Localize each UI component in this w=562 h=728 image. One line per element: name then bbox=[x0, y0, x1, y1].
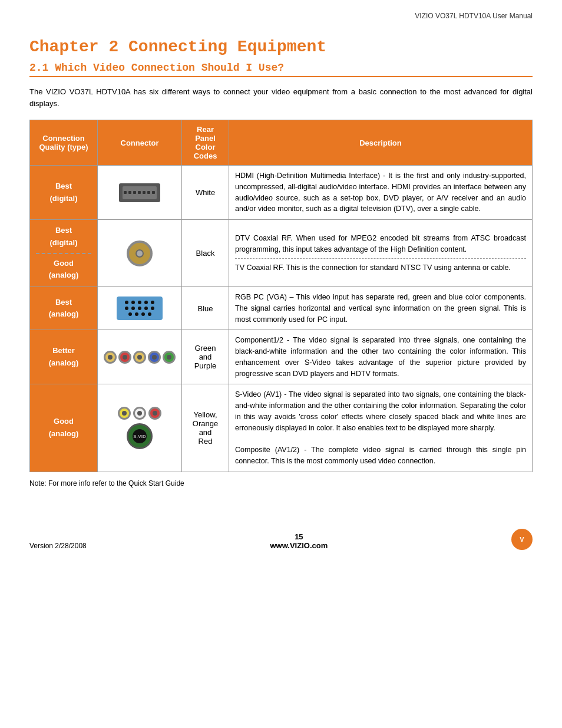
chapter-title: Chapter 2 Connecting Equipment bbox=[29, 38, 533, 56]
connector-svideo: S-VID bbox=[98, 384, 182, 472]
desc-coax: DTV Coaxial RF. When used for MPEG2 enco… bbox=[229, 220, 533, 287]
table-row: Best(analog) bbox=[30, 287, 533, 330]
table-row: Better(analog) bbox=[30, 330, 533, 384]
quality-component: Better(analog) bbox=[30, 330, 98, 384]
desc-svideo: S-Video (AV1) - The video signal is sepa… bbox=[229, 384, 533, 472]
vizio-logo-icon: V bbox=[511, 529, 533, 550]
table-row: Best(digital) bbox=[30, 166, 533, 220]
table-row: Good(analog) bbox=[30, 384, 533, 472]
color-component: GreenandPurple bbox=[182, 330, 229, 384]
desc-component: Component1/2 - The video signal is separ… bbox=[229, 330, 533, 384]
page-footer: Version 2/28/2008 15 www.VIZIO.com V bbox=[29, 523, 533, 550]
quality-coax: Best(digital) Good(analog) bbox=[30, 220, 98, 287]
col-header-quality: Connection Quality (type) bbox=[30, 120, 98, 166]
col-header-connector: Connector bbox=[98, 120, 182, 166]
connector-hdmi bbox=[98, 166, 182, 220]
footer-page: 15 bbox=[270, 532, 328, 541]
intro-paragraph: The VIZIO VO37L HDTV10A has six differen… bbox=[29, 86, 533, 109]
connector-coax bbox=[98, 220, 182, 287]
footer-version: Version 2/28/2008 bbox=[29, 542, 87, 550]
quality-hdmi: Best(digital) bbox=[30, 166, 98, 220]
quality-vga: Best(analog) bbox=[30, 287, 98, 330]
table-row: Best(digital) Good(analog) Black DTV Coa… bbox=[30, 220, 533, 287]
color-vga: Blue bbox=[182, 287, 229, 330]
footer-url: www.VIZIO.com bbox=[270, 541, 328, 550]
color-hdmi: White bbox=[182, 166, 229, 220]
connector-vga bbox=[98, 287, 182, 330]
section-title: 2.1 Which Video Connection Should I Use? bbox=[29, 62, 533, 77]
color-coax: Black bbox=[182, 220, 229, 287]
col-header-color: Rear Panel Color Codes bbox=[182, 120, 229, 166]
note-text: Note: For more info refer to the Quick S… bbox=[29, 479, 533, 487]
color-svideo: Yellow,OrangeandRed bbox=[182, 384, 229, 472]
page-header: VIZIO VO37L HDTV10A User Manual bbox=[29, 12, 533, 20]
connection-table: Connection Quality (type) Connector Rear… bbox=[29, 120, 533, 472]
desc-vga: RGB PC (VGA) – This video input has sepa… bbox=[229, 287, 533, 330]
desc-hdmi: HDMI (High-Definition Multimedia Interfa… bbox=[229, 166, 533, 220]
col-header-description: Description bbox=[229, 120, 533, 166]
connector-component bbox=[98, 330, 182, 384]
quality-svideo: Good(analog) bbox=[30, 384, 98, 472]
